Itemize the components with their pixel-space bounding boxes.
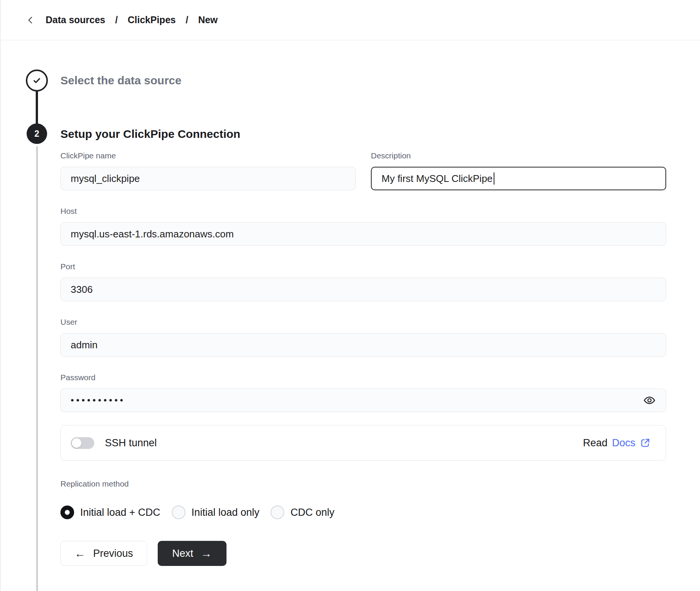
password-input[interactable] (60, 389, 666, 412)
breadcrumb-item-clickpipes[interactable]: ClickPipes (128, 14, 176, 25)
wizard-content: Select the data source Setup your ClickP… (1, 73, 700, 566)
clickpipe-name-input[interactable] (60, 167, 356, 190)
replication-method-options: Initial load + CDC Initial load only CDC… (60, 506, 666, 519)
next-button-label: Next (172, 548, 193, 559)
radio-selected-icon[interactable] (60, 506, 74, 519)
eye-icon (643, 394, 656, 407)
radio-label: Initial load + CDC (80, 507, 160, 518)
description-field-group: Description My first MySQL ClickPipe (371, 151, 666, 190)
port-label: Port (60, 262, 666, 272)
breadcrumb: Data sources / ClickPipes / New (46, 14, 218, 25)
description-input-value: My first MySQL ClickPipe (382, 173, 493, 185)
step-2-title: Setup your ClickPipe Connection (60, 127, 666, 141)
password-input-wrap (60, 389, 666, 412)
port-input[interactable] (60, 278, 666, 301)
breadcrumb-item-new: New (198, 14, 217, 25)
radio-initial-load-cdc[interactable]: Initial load + CDC (60, 506, 160, 519)
show-password-button[interactable] (641, 392, 658, 409)
previous-button-label: Previous (93, 548, 133, 559)
step-1-title: Select the data source (60, 73, 666, 88)
chevron-left-icon (25, 15, 35, 25)
radio-label: CDC only (290, 507, 334, 518)
radio-unselected-icon[interactable] (271, 506, 284, 519)
port-field-group: Port (60, 262, 666, 301)
breadcrumb-separator: / (185, 14, 188, 25)
wizard-nav-buttons: ← Previous Next → (60, 541, 666, 566)
host-field-group: Host (60, 206, 666, 246)
user-label: User (60, 317, 666, 327)
ssh-tunnel-toggle[interactable] (71, 437, 94, 449)
arrow-right-icon: → (201, 548, 212, 559)
description-label: Description (371, 151, 666, 161)
radio-label: Initial load only (192, 507, 260, 518)
clickpipe-name-label: ClickPipe name (60, 151, 356, 161)
next-button[interactable]: Next → (158, 541, 226, 566)
previous-button[interactable]: ← Previous (60, 541, 147, 566)
ssh-tunnel-panel: SSH tunnel Read Docs (60, 425, 666, 461)
breadcrumb-separator: / (115, 14, 118, 25)
name-description-row: ClickPipe name Description My first MySQ… (60, 151, 666, 190)
text-cursor (494, 172, 494, 185)
breadcrumb-item-data-sources[interactable]: Data sources (46, 14, 105, 25)
arrow-left-icon: ← (74, 548, 86, 559)
radio-initial-load-only[interactable]: Initial load only (172, 506, 260, 519)
user-field-group: User (60, 317, 666, 357)
back-button[interactable] (22, 12, 39, 28)
read-text: Read (583, 437, 608, 449)
password-field-group: Password (60, 373, 666, 412)
radio-unselected-icon[interactable] (172, 506, 185, 519)
host-input[interactable] (60, 222, 666, 246)
ssh-tunnel-label: SSH tunnel (105, 437, 157, 449)
host-label: Host (60, 206, 666, 216)
description-input[interactable]: My first MySQL ClickPipe (371, 167, 666, 190)
ssh-docs-area: Read Docs (583, 437, 651, 449)
replication-method-label: Replication method (60, 479, 666, 489)
breadcrumb-bar: Data sources / ClickPipes / New (1, 0, 700, 40)
toggle-knob (72, 438, 81, 448)
password-label: Password (60, 373, 666, 382)
clickpipe-name-field-group: ClickPipe name (60, 151, 356, 190)
user-input[interactable] (60, 333, 666, 357)
external-link-icon[interactable] (640, 438, 651, 448)
docs-link[interactable]: Docs (612, 437, 635, 449)
radio-cdc-only[interactable]: CDC only (271, 506, 334, 519)
